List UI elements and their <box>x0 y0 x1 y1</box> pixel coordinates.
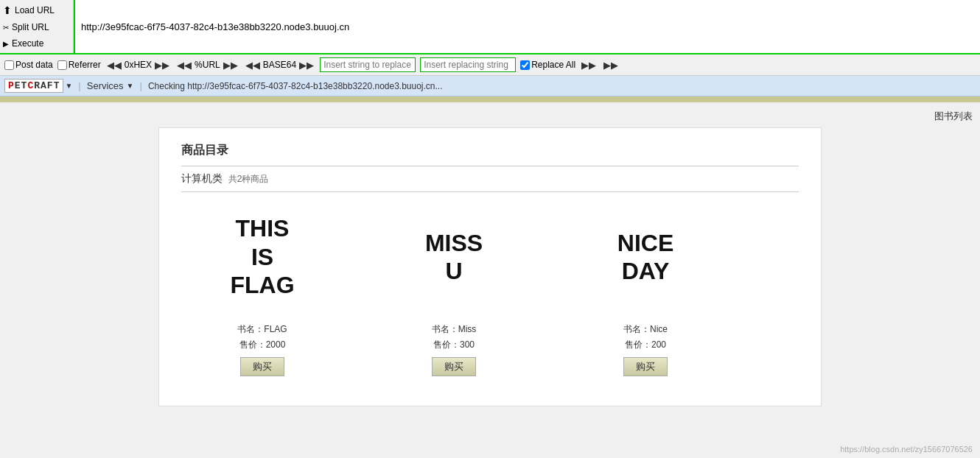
product-price-0: 售价：2000 <box>239 339 286 351</box>
execute-item[interactable]: ▶ Execute <box>3 35 70 52</box>
nav-separator: | <box>78 80 80 91</box>
buy-button-2[interactable]: 购买 <box>623 357 668 376</box>
load-url-label: Load URL <box>15 5 55 15</box>
divider-2 <box>181 191 799 192</box>
logo-raft: RAFT <box>34 80 60 91</box>
nav-separator2: | <box>140 80 142 91</box>
nav-bar: PETCRAFT ▼ | Services ▼ | Checking http:… <box>0 76 980 96</box>
divider-1 <box>181 166 799 166</box>
hex-decode-group: ◀◀ 0xHEX ▶▶ <box>105 60 171 71</box>
url-input[interactable] <box>74 0 980 53</box>
post-data-checkbox-label[interactable]: Post data <box>4 60 53 70</box>
load-url-icon: ⬆ <box>3 4 12 16</box>
product-item-1: MISS U书名：Miss售价：300购买 <box>373 213 535 376</box>
replace-right-btn[interactable]: ▶▶ <box>580 60 598 71</box>
url-label: %URL <box>193 60 222 70</box>
referrer-checkbox[interactable] <box>57 60 67 70</box>
product-name-0: 书名：FLAG <box>237 323 287 336</box>
url-decode-left-btn[interactable]: ◀◀ <box>175 60 193 71</box>
load-url-item[interactable]: ⬆ Load URL <box>3 1 70 19</box>
product-price-1: 售价：300 <box>433 339 475 351</box>
product-item-0: THIS IS FLAG书名：FLAG售价：2000购买 <box>181 213 343 376</box>
category-name: 计算机类 <box>181 172 223 184</box>
referrer-label: Referrer <box>69 60 101 70</box>
hex-decode-right-btn[interactable]: ▶▶ <box>153 60 171 71</box>
logo-craft: C <box>27 80 34 91</box>
base64-decode-group: ◀◀ BASE64 ▶▶ <box>244 60 315 71</box>
post-data-label: Post data <box>15 60 53 70</box>
product-image-text-2: NICE DAY <box>617 213 673 301</box>
replace-all-checkbox-label[interactable]: Replace All <box>520 60 575 70</box>
product-name-1: 书名：Miss <box>432 323 477 336</box>
execute-label: Execute <box>12 38 43 49</box>
options-row: Post data Referrer ◀◀ 0xHEX ▶▶ ◀◀ %URL ▶… <box>0 54 980 75</box>
base64-decode-right-btn[interactable]: ▶▶ <box>298 60 315 71</box>
catalog-title: 商品目录 <box>181 143 799 158</box>
product-image-text-1: MISS U <box>425 213 483 301</box>
logo-e: ET <box>15 80 28 91</box>
nav-services-arrow[interactable]: ▼ <box>127 82 134 90</box>
insert-string-replace-input[interactable] <box>320 57 416 72</box>
main-content: 图书列表 商品目录 计算机类 共2种商品 THIS IS FLAG书名：FLAG… <box>0 102 980 434</box>
url-decode-right-btn[interactable]: ▶▶ <box>222 60 239 71</box>
product-name-2: 书名：Nice <box>623 323 668 336</box>
nav-services[interactable]: Services <box>87 80 124 91</box>
referrer-checkbox-label[interactable]: Referrer <box>57 60 101 70</box>
product-item-2: NICE DAY书名：Nice售价：200购买 <box>564 213 727 376</box>
product-price-2: 售价：200 <box>625 339 666 351</box>
execute-icon: ▶ <box>3 40 9 48</box>
hex-label: 0xHEX <box>123 60 153 70</box>
nav-dropdown-arrow[interactable]: ▼ <box>65 82 72 90</box>
hex-decode-left-btn[interactable]: ◀◀ <box>105 60 123 71</box>
logo-p: P <box>8 80 15 91</box>
base64-decode-left-btn[interactable]: ◀◀ <box>244 60 262 71</box>
product-image-text-0: THIS IS FLAG <box>230 213 294 301</box>
replace-all-checkbox[interactable] <box>520 60 530 70</box>
content-box: 商品目录 计算机类 共2种商品 THIS IS FLAG书名：FLAG售价：20… <box>158 127 822 406</box>
category-subtitle: 共2种商品 <box>228 174 269 184</box>
base64-label: BASE64 <box>262 60 298 70</box>
replace-action-btn[interactable]: ▶▶ <box>602 60 620 71</box>
buy-button-1[interactable]: 购买 <box>432 357 476 376</box>
category-row: 计算机类 共2种商品 <box>181 172 799 186</box>
replace-all-label: Replace All <box>531 60 575 70</box>
split-url-icon: ✂ <box>3 24 9 32</box>
url-decode-group: ◀◀ %URL ▶▶ <box>175 60 239 71</box>
post-data-checkbox[interactable] <box>4 60 14 70</box>
progress-bar <box>0 96 980 102</box>
toolbar: ⬆ Load URL ✂ Split URL ▶ Execute Post da… <box>0 0 980 76</box>
split-url-label: Split URL <box>12 22 49 32</box>
products-grid: THIS IS FLAG书名：FLAG售价：2000购买MISS U书名：Mis… <box>181 198 799 391</box>
buy-button-0[interactable]: 购买 <box>240 357 284 376</box>
page-title: 图书列表 <box>7 110 973 123</box>
petcraft-logo: PETCRAFT <box>4 79 63 93</box>
insert-replacing-string-input[interactable] <box>420 57 516 72</box>
nav-status: Checking http://3e95fcac-6f75-4037-82c4-… <box>148 81 443 91</box>
split-url-item[interactable]: ✂ Split URL <box>3 19 70 35</box>
